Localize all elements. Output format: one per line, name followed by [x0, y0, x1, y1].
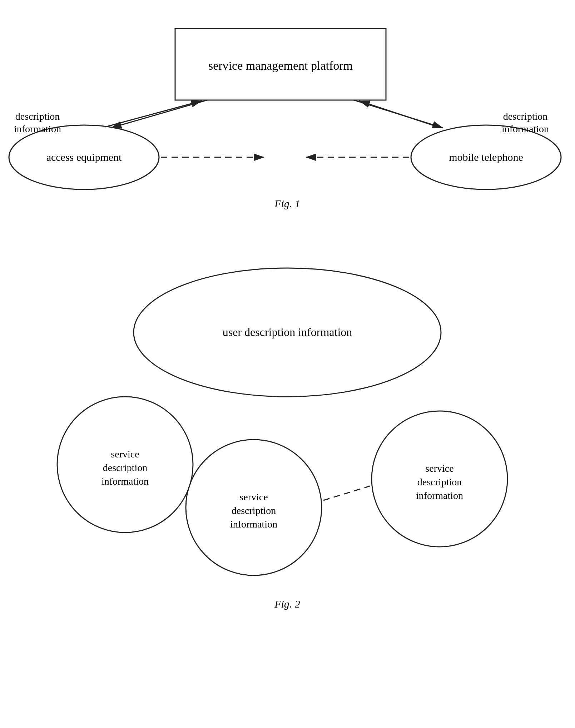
svg-text:description: description — [232, 505, 276, 516]
svg-text:information: information — [14, 123, 61, 134]
figure-1: service management platform access equip… — [0, 14, 575, 214]
svg-line-36 — [323, 486, 370, 500]
figure-2: user description information service des… — [0, 250, 575, 697]
svg-text:description: description — [103, 462, 147, 473]
svg-line-11 — [105, 101, 202, 127]
svg-text:access equipment: access equipment — [46, 151, 122, 163]
svg-text:Fig. 1: Fig. 1 — [274, 198, 300, 209]
svg-text:service: service — [111, 449, 139, 460]
svg-text:service: service — [425, 463, 453, 474]
page: service management platform access equip… — [0, 0, 575, 728]
svg-text:user description information: user description information — [223, 326, 352, 338]
svg-text:service: service — [239, 491, 268, 502]
svg-text:Fig. 2: Fig. 2 — [274, 598, 300, 610]
svg-line-13 — [359, 101, 438, 127]
svg-text:description: description — [503, 111, 547, 122]
svg-text:information: information — [502, 123, 549, 134]
svg-text:description: description — [417, 476, 462, 487]
svg-text:mobile telephone: mobile telephone — [449, 151, 523, 163]
svg-text:information: information — [101, 476, 149, 487]
svg-text:information: information — [416, 490, 463, 501]
svg-text:information: information — [230, 519, 277, 530]
svg-text:service management platform: service management platform — [208, 59, 353, 72]
svg-line-10 — [111, 100, 207, 128]
svg-text:description: description — [15, 111, 60, 122]
